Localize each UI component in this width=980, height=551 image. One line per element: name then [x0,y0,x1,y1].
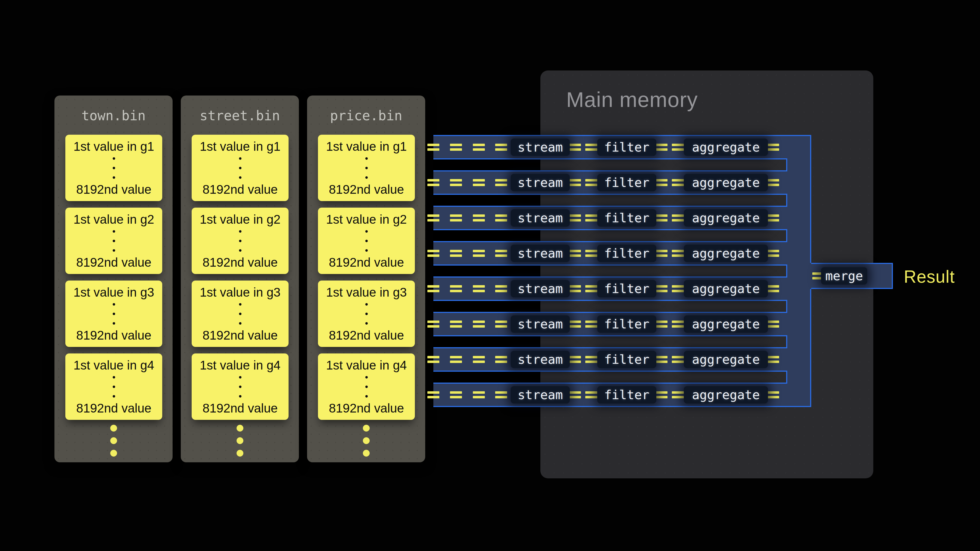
data-chunk-icon [672,321,684,328]
result-label: Result [904,267,955,286]
data-chunk-icon [767,356,779,363]
stage-label: aggregate [692,140,760,154]
stage-label: stream [517,175,563,190]
value-box-last: 8192nd value [202,401,278,416]
filter-box: filter [597,280,656,297]
data-chunk-icon [672,214,684,221]
aggregate-box: aggregate [684,280,768,297]
stage-label: stream [517,246,563,261]
data-chunk-icon [495,214,507,221]
pipeline-gap [433,335,787,348]
data-chunk-icon [427,179,439,186]
stage-label: aggregate [692,352,760,367]
stage-label: aggregate [692,175,760,190]
stream-box: stream [511,138,570,156]
aggregate-box: aggregate [684,138,768,156]
stream-box: stream [511,351,570,368]
data-chunk-icon [672,144,684,151]
stage-label: stream [517,317,563,332]
file-column: price.bin1st value in g18192nd value1st … [307,95,425,462]
data-chunk-icon [495,179,507,186]
data-chunk-icon [585,285,597,292]
stream-box: stream [511,315,570,333]
data-chunk-icon [569,285,581,292]
data-chunk-icon [569,321,581,328]
stage-label: aggregate [692,211,760,225]
filter-box: filter [597,209,656,227]
value-box-first: 1st value in g1 [73,139,154,154]
value-box-last: 8192nd value [202,255,278,270]
pipeline-gap [433,265,787,278]
value-box: 1st value in g18192nd value [318,135,415,201]
pipeline-gap [433,300,787,313]
data-chunk-icon [655,321,668,328]
vertical-ellipsis-icon [365,376,368,397]
data-chunk-icon [473,144,485,151]
value-box-first: 1st value in g2 [73,212,154,227]
data-chunk-icon [672,391,684,399]
data-chunk-icon [495,321,507,328]
filter-box: filter [597,174,656,191]
filter-box: filter [597,245,656,262]
stage-label: filter [604,352,649,367]
aggregate-box: aggregate [684,386,768,403]
data-chunk-icon [767,250,779,257]
stream-box: stream [511,174,570,191]
stage-label: stream [517,281,563,296]
stage-label: aggregate [692,317,760,332]
data-chunk-icon [767,214,779,221]
data-chunk-icon [569,144,581,151]
data-chunk-icon [585,214,597,221]
value-box-first: 1st value in g3 [73,285,154,300]
vertical-ellipsis-icon [239,230,242,252]
data-chunk-icon [655,179,668,186]
aggregate-box: aggregate [684,351,768,368]
data-chunk-icon [495,250,507,257]
value-box-last: 8192nd value [76,182,151,197]
stage-label: filter [604,387,649,402]
data-chunk-icon [569,179,581,186]
data-chunk-icon [767,391,779,399]
main-memory-title: Main memory [566,87,698,112]
data-chunk-icon [585,356,597,363]
data-chunk-icon [655,144,668,151]
data-chunk-icon [569,391,581,399]
value-box-last: 8192nd value [329,182,404,197]
stage-label: filter [604,140,649,154]
stage-label: filter [604,281,649,296]
data-chunk-icon [655,250,668,257]
value-box: 1st value in g48192nd value [65,354,162,420]
value-box-last: 8192nd value [329,401,404,416]
data-chunk-icon [495,391,507,399]
data-chunk-icon [655,285,668,292]
vertical-ellipsis-icon [239,303,242,325]
stream-box: stream [511,245,570,262]
value-box-last: 8192nd value [329,255,404,270]
filter-box: filter [597,351,656,368]
data-chunk-icon [427,214,439,221]
stage-label: filter [604,246,649,261]
pipeline-lane: streamfilteraggregate [427,313,811,335]
stage-label: stream [517,387,563,402]
stream-box: stream [511,209,570,227]
diagram-canvas: Main memory town.bin1st value in g18192n… [0,0,980,551]
value-box-first: 1st value in g4 [200,358,281,373]
data-chunk-icon [655,214,668,221]
data-chunk-icon [473,179,485,186]
filter-box: filter [597,138,656,156]
data-chunk-icon [585,144,597,151]
stage-label: aggregate [692,281,760,296]
value-box-first: 1st value in g2 [200,212,281,227]
file-column-title: price.bin [307,108,425,124]
file-column-title: town.bin [54,108,173,124]
aggregate-box: aggregate [684,245,768,262]
aggregate-box: aggregate [684,315,768,333]
value-box-first: 1st value in g3 [326,285,407,300]
data-chunk-icon [427,356,439,363]
stage-label: filter [604,175,649,190]
value-box-last: 8192nd value [76,328,151,343]
value-box-first: 1st value in g2 [326,212,407,227]
data-chunk-icon [473,356,485,363]
aggregate-box: aggregate [684,209,768,227]
value-box-last: 8192nd value [202,182,278,197]
